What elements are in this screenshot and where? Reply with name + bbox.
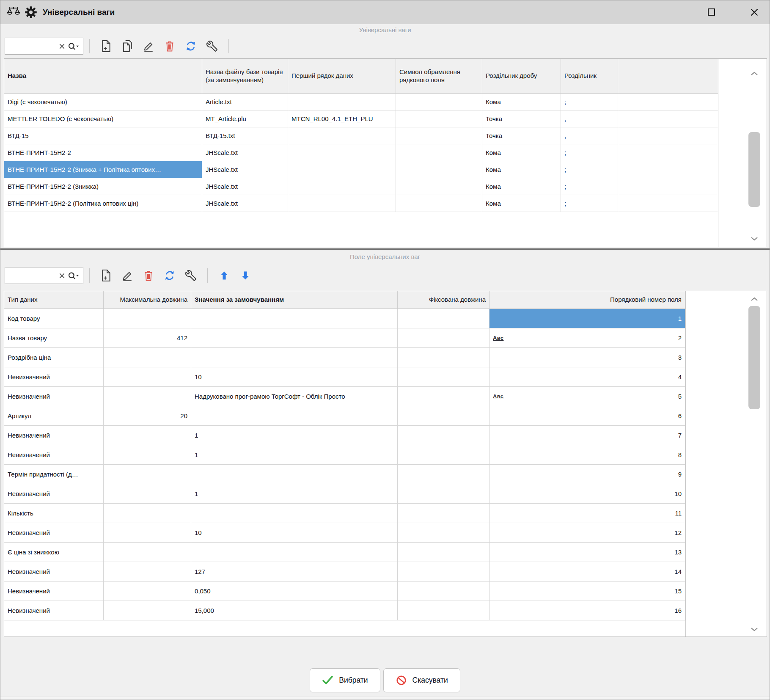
scales-column-header[interactable]: Назва [4, 59, 202, 94]
fields-table-row[interactable]: Роздрібна ціна3 [4, 348, 685, 367]
cell[interactable]: ; [561, 178, 618, 195]
cell[interactable] [288, 161, 396, 178]
edit-button[interactable] [117, 266, 138, 285]
cell[interactable] [104, 387, 191, 406]
cell[interactable]: Надруковано прог-рамою ТоргСофт - Облік … [191, 387, 398, 406]
fields-table-row[interactable]: Назва товару412Авс2 [4, 328, 685, 348]
delete-button[interactable] [159, 37, 180, 55]
search-icon[interactable] [66, 41, 81, 52]
scales-table-row[interactable]: ВТНЕ-ПРИНТ-15Н2-2 (Знижка + Політика опт… [4, 161, 718, 178]
cell[interactable]: ; [561, 161, 618, 178]
cell[interactable]: MTCN_RL00_4.1_ETH_PLU [288, 110, 396, 127]
close-button[interactable] [745, 4, 764, 21]
cell[interactable]: Термін придатності (д… [4, 465, 104, 484]
fields-table-row[interactable]: Код товару1 [4, 309, 685, 328]
scales-table-row[interactable]: Digi (с чекопечатью)Article.txtКома; [4, 94, 718, 110]
clear-search-icon[interactable] [58, 270, 66, 281]
scales-column-header[interactable]: Символ обрамлення рядкового поля [396, 59, 482, 94]
cell[interactable] [288, 144, 396, 161]
cell[interactable] [398, 406, 490, 426]
cell[interactable]: Невизначений [4, 484, 104, 504]
cell[interactable]: 15,000 [191, 601, 398, 620]
cell[interactable]: 1 [191, 426, 398, 445]
cell[interactable] [191, 348, 398, 367]
cell[interactable]: Назва товару [4, 328, 104, 348]
cell[interactable]: Точка [482, 110, 561, 127]
cell[interactable]: Кома [482, 178, 561, 195]
cell[interactable] [191, 309, 398, 328]
cancel-button[interactable]: Скасувати [383, 668, 460, 692]
cell[interactable] [398, 445, 490, 465]
cell[interactable]: ВТД-15.txt [202, 127, 288, 144]
cell[interactable] [398, 601, 490, 620]
search-icon[interactable] [66, 270, 81, 281]
cell[interactable]: Невизначений [4, 367, 104, 387]
cell[interactable]: Точка [482, 127, 561, 144]
scroll-down-icon[interactable] [748, 237, 761, 241]
cell[interactable]: 0,050 [191, 581, 398, 601]
cell[interactable] [398, 581, 490, 601]
cell[interactable]: JHScale.txt [202, 195, 288, 212]
field-number-cell[interactable]: 15 [490, 581, 685, 601]
cell[interactable] [288, 195, 396, 212]
cell[interactable]: Є ціна зі знижкою [4, 543, 104, 562]
delete-button[interactable] [138, 266, 159, 285]
cell[interactable]: 1 [191, 445, 398, 465]
cell[interactable] [398, 328, 490, 348]
cell[interactable] [398, 543, 490, 562]
cell[interactable]: Кома [482, 144, 561, 161]
fields-table-row[interactable]: НевизначенийНадруковано прог-рамою ТоргС… [4, 387, 685, 406]
fields-table-row[interactable]: Термін придатності (д…9 [4, 465, 685, 484]
cell[interactable] [288, 127, 396, 144]
cell[interactable]: Код товару [4, 309, 104, 328]
settings-button[interactable] [201, 37, 223, 55]
cell[interactable] [104, 309, 191, 328]
fields-table-row[interactable]: Невизначений18 [4, 445, 685, 465]
field-number-cell[interactable]: 11 [490, 504, 685, 523]
cell[interactable] [104, 484, 191, 504]
scales-column-header[interactable]: Роздільник дробу [482, 59, 561, 94]
cell[interactable]: MT_Article.plu [202, 110, 288, 127]
cell[interactable]: Article.txt [202, 94, 288, 110]
cell[interactable]: JHScale.txt [202, 161, 288, 178]
cell[interactable] [396, 178, 482, 195]
cell[interactable]: Невизначений [4, 581, 104, 601]
scrollbar-thumb[interactable] [748, 132, 760, 207]
cell[interactable] [104, 367, 191, 387]
cell[interactable]: ВТД-15 [4, 127, 202, 144]
cell[interactable] [191, 465, 398, 484]
cell[interactable] [398, 309, 490, 328]
move-up-button[interactable] [214, 266, 235, 285]
cell[interactable]: , [561, 127, 618, 144]
cell[interactable] [191, 406, 398, 426]
cell[interactable] [191, 504, 398, 523]
cell[interactable] [104, 348, 191, 367]
field-number-cell[interactable]: 12 [490, 523, 685, 543]
cell[interactable]: Кома [482, 94, 561, 110]
cell[interactable] [104, 562, 191, 581]
cell[interactable] [104, 504, 191, 523]
field-number-cell[interactable]: 8 [490, 445, 685, 465]
settings-button[interactable] [180, 266, 201, 285]
cell[interactable]: 10 [191, 523, 398, 543]
fields-table-row[interactable]: Невизначений1012 [4, 523, 685, 543]
cell[interactable] [396, 94, 482, 110]
field-number-cell[interactable]: 10 [490, 484, 685, 504]
scales-search-input[interactable] [8, 43, 58, 50]
scroll-up-icon[interactable] [748, 72, 761, 76]
cell[interactable]: ВТНЕ-ПРИНТ-15Н2-2 (Політика оптових цін) [4, 195, 202, 212]
cell[interactable]: 1 [191, 484, 398, 504]
field-number-cell[interactable]: 14 [490, 562, 685, 581]
cell[interactable] [396, 161, 482, 178]
cell[interactable]: Кома [482, 161, 561, 178]
add-button[interactable] [96, 37, 117, 55]
cell[interactable] [398, 484, 490, 504]
scroll-up-icon[interactable] [748, 297, 761, 301]
cell[interactable]: ; [561, 94, 618, 110]
scrollbar-thumb[interactable] [748, 306, 760, 409]
fields-column-header[interactable]: Фіксована довжина [398, 291, 490, 309]
fields-search-input[interactable] [8, 272, 58, 279]
field-number-cell[interactable]: 13 [490, 543, 685, 562]
maximize-button[interactable] [702, 4, 721, 21]
add-button[interactable] [96, 266, 117, 285]
